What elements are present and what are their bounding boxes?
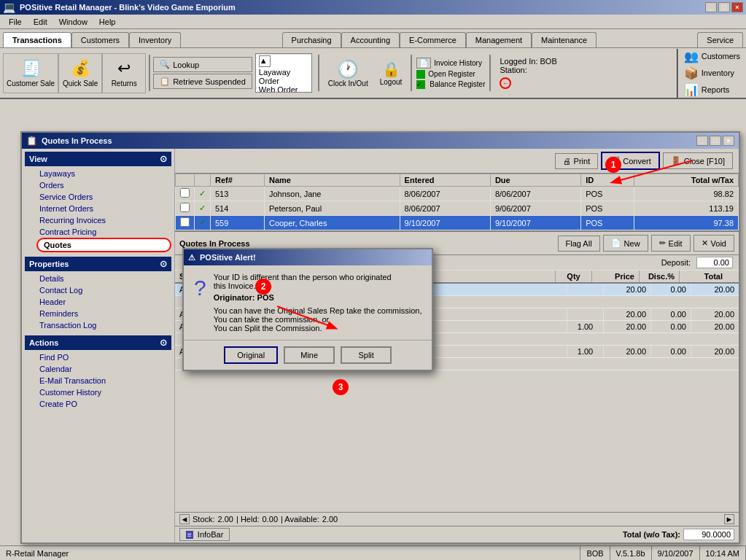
items-col-qty: Qty <box>556 271 592 282</box>
logout-icon: 🔒 <box>382 61 400 78</box>
sidebar-quotes[interactable]: Quotes <box>36 238 171 252</box>
dropdown-weborder[interactable]: Web Order <box>256 85 311 93</box>
row2-checkbox[interactable] <box>180 203 190 212</box>
tab-inventory[interactable]: Inventory <box>129 32 181 47</box>
sidebar-header[interactable]: Header <box>36 296 171 308</box>
properties-section: Properties ⊙ Details Contact Log Header … <box>25 257 171 331</box>
alert-originator: Originator: POS <box>214 293 422 302</box>
sidebar-create-po[interactable]: Create PO <box>36 398 171 410</box>
infobar-row: ≡ InfoBar Total (w/o Tax): 90.0000 <box>175 526 739 542</box>
sidebar-contact-log[interactable]: Contact Log <box>36 284 171 296</box>
stock-value: 2.00 <box>218 515 233 524</box>
status-bar: R-Retail Manager BOB V.5.1.8b 9/10/2007 … <box>0 545 746 560</box>
sidebar-customer-history[interactable]: Customer History <box>36 386 171 398</box>
convert-icon: 🔄 <box>610 156 620 166</box>
tab-service[interactable]: Service <box>697 32 743 47</box>
open-register-btn[interactable]: Open Register <box>416 70 485 79</box>
flag-all-btn[interactable]: Flag All <box>558 236 600 252</box>
infobar-btn[interactable]: ≡ InfoBar <box>179 528 230 541</box>
quick-sale-btn[interactable]: 💰 Quick Sale <box>58 53 102 93</box>
quotes-maximize[interactable]: □ <box>710 136 721 146</box>
tab-ecommerce[interactable]: E-Commerce <box>400 32 466 47</box>
menu-window[interactable]: Window <box>53 16 93 28</box>
tab-purchasing[interactable]: Purchasing <box>282 32 341 47</box>
sidebar-service-orders[interactable]: Service Orders <box>36 191 171 203</box>
split-btn[interactable]: Split <box>341 346 392 364</box>
sidebar-orders[interactable]: Orders <box>36 179 171 191</box>
item-qty: 1.00 <box>567 321 604 332</box>
maximize-btn[interactable]: □ <box>718 2 730 12</box>
customers-icon: 👥 <box>684 50 699 63</box>
reports-right-btn[interactable]: 📊 Reports <box>681 82 743 98</box>
minimize-btn[interactable]: _ <box>705 2 717 12</box>
quotes-minimize[interactable]: _ <box>696 136 708 146</box>
new-btn[interactable]: 📄 New <box>603 235 648 252</box>
invoice-history-btn[interactable]: 📄 Invoice History <box>416 58 485 69</box>
void-btn[interactable]: ✕ Void <box>693 235 734 252</box>
quotes-close[interactable]: × <box>723 136 734 146</box>
convert-btn[interactable]: 🔄 Convert <box>601 152 660 170</box>
edit-btn[interactable]: ✏ Edit <box>651 235 691 252</box>
alert-title-bar: ⚠ POSitive Alert! <box>184 249 432 265</box>
customers-right-btn[interactable]: 👥 Customers <box>681 49 743 64</box>
sidebar-calendar[interactable]: Calendar <box>36 363 171 375</box>
item-total: 20.00 <box>691 346 739 357</box>
row1-ref: 513 <box>211 187 265 201</box>
menu-file[interactable]: File <box>3 16 28 28</box>
available-label: | Available: <box>281 515 319 524</box>
customer-sale-btn[interactable]: 🧾 Customer Sale <box>3 53 58 93</box>
stock-left-btn[interactable]: ◄ <box>179 514 190 524</box>
row3-checkbox[interactable] <box>180 217 190 227</box>
sidebar-contract-pricing[interactable]: Contract Pricing <box>36 226 171 238</box>
tab-management[interactable]: Management <box>466 32 532 47</box>
row3-tick: ✓ <box>195 216 211 230</box>
reports-icon: 📊 <box>684 83 699 97</box>
clock-label: Clock In/Out <box>328 79 368 88</box>
dropdown-order[interactable]: Order <box>256 77 311 85</box>
actions-section-header[interactable]: Actions ⊙ <box>25 335 171 350</box>
tab-accounting[interactable]: Accounting <box>341 32 400 47</box>
dropdown-layaway[interactable]: Layaway <box>256 68 311 77</box>
close-btn[interactable]: × <box>731 2 743 12</box>
tab-customers[interactable]: Customers <box>71 32 129 47</box>
returns-btn[interactable]: ↩ Returns <box>102 53 146 93</box>
print-btn[interactable]: 🖨 Print <box>555 153 599 169</box>
tab-transactions[interactable]: Transactions <box>3 32 71 47</box>
menu-help[interactable]: Help <box>93 16 122 28</box>
properties-section-header[interactable]: Properties ⊙ <box>25 257 171 271</box>
table-row[interactable]: ✓ 513 Johnson, Jane 8/06/2007 8/06/2007 … <box>176 187 739 201</box>
infobar-label: InfoBar <box>198 530 223 539</box>
scroll-up[interactable]: ▲ <box>259 55 271 67</box>
original-btn[interactable]: Original <box>224 346 278 364</box>
row1-check[interactable] <box>176 187 195 201</box>
logout-btn[interactable]: 🔒 Logout <box>374 58 408 89</box>
tab-maintenance[interactable]: Maintenance <box>532 32 597 47</box>
view-section-header[interactable]: View ⊙ <box>25 152 171 166</box>
sidebar-recurring-invoices[interactable]: Recurring Invoices <box>36 214 171 226</box>
stock-right-btn[interactable]: ► <box>724 514 734 524</box>
sidebar-email-transaction[interactable]: E-Mail Transaction <box>36 375 171 386</box>
menu-edit[interactable]: Edit <box>28 16 53 28</box>
sidebar-details[interactable]: Details <box>36 273 171 284</box>
inventory-right-btn[interactable]: 📦 Inventory <box>681 66 743 81</box>
lookup-btn[interactable]: 🔍 Lookup <box>153 57 252 72</box>
row2-check[interactable] <box>176 201 195 216</box>
sidebar-internet-orders[interactable]: Internet Orders <box>36 203 171 214</box>
row3-check[interactable] <box>176 216 195 230</box>
row2-name: Peterson, Paul <box>264 201 400 216</box>
retrieve-icon: 📋 <box>160 77 170 86</box>
balance-register-btn[interactable]: ✓ Balance Register <box>416 80 485 89</box>
retrieve-btn[interactable]: 📋 Retrieve Suspended <box>153 74 252 89</box>
sidebar-transaction-log[interactable]: Transaction Log <box>36 319 171 331</box>
station-indicator[interactable]: ← <box>500 77 511 89</box>
sidebar-layaways[interactable]: Layaways <box>36 168 171 179</box>
mine-btn[interactable]: Mine <box>284 346 335 364</box>
item-total: 20.00 <box>691 308 739 320</box>
table-row[interactable]: ✓ 514 Peterson, Paul 8/06/2007 9/06/2007… <box>176 201 739 216</box>
table-row[interactable]: ✓ 559 Cooper, Charles 9/10/2007 9/10/200… <box>176 216 739 230</box>
clock-btn[interactable]: 🕐 Clock In/Out <box>322 56 374 90</box>
close-f10-btn[interactable]: 🚪 Close [F10] <box>663 152 733 169</box>
row1-checkbox[interactable] <box>180 188 190 198</box>
sidebar-find-po[interactable]: Find PO <box>36 351 171 363</box>
sidebar-reminders[interactable]: Reminders <box>36 308 171 319</box>
